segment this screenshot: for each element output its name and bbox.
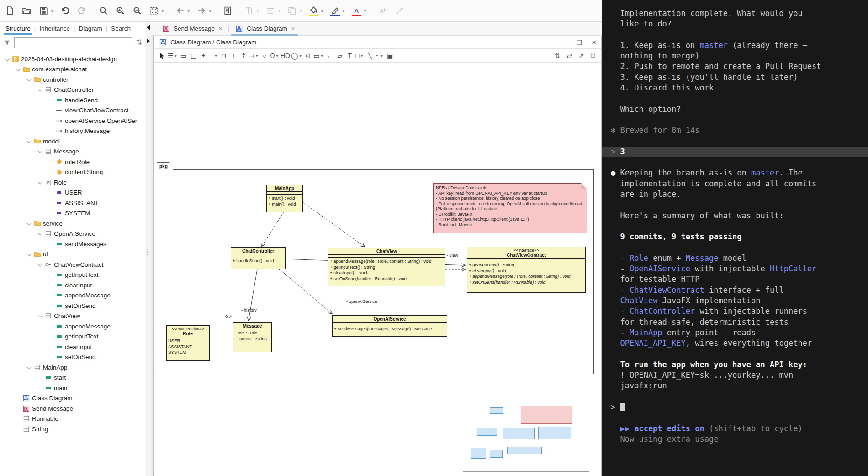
close-tab-icon[interactable]: × bbox=[291, 25, 295, 32]
zoom-original-button[interactable] bbox=[97, 5, 110, 17]
list-tool-button[interactable]: ☰ ▾ bbox=[168, 50, 178, 61]
font-color-button[interactable]: A bbox=[350, 5, 363, 17]
note-tool-button[interactable]: ▱ bbox=[335, 50, 344, 61]
ellipse-tool-dropdown-icon[interactable]: ▾ bbox=[298, 53, 302, 58]
tree-item-mainapp[interactable]: MainApp bbox=[0, 362, 145, 373]
diagram-window-titlebar[interactable]: Class Diagram / Class Diagram –❐✕ bbox=[154, 36, 601, 49]
expand-chevron-icon[interactable] bbox=[15, 68, 22, 71]
copy-style-dropdown-icon[interactable]: ▾ bbox=[298, 9, 303, 13]
dependency-tool-dropdown-icon[interactable]: ▾ bbox=[254, 53, 259, 58]
class-tool-button[interactable]: ▭ bbox=[179, 50, 188, 61]
nav-back-dropdown-icon[interactable]: ▾ bbox=[186, 9, 191, 13]
tree-item-service[interactable]: service bbox=[0, 218, 145, 229]
close-window-button[interactable]: ✕ bbox=[591, 39, 597, 46]
filter-input[interactable] bbox=[14, 37, 132, 48]
diagonal-line-tool-button[interactable]: ╲ bbox=[365, 50, 375, 61]
tree-item-assistant[interactable]: ASSISTANT bbox=[0, 198, 145, 208]
tab-inheritance[interactable]: Inheritance bbox=[36, 23, 74, 34]
line-tool-button[interactable]: ─ ▾ bbox=[209, 50, 218, 61]
rect-tool-dropdown-icon[interactable]: ▾ bbox=[320, 53, 324, 58]
uml-class-role[interactable]: <<enumeration>>RoleUSERASSISTANTSYSTEM bbox=[166, 325, 210, 361]
interface-ball-tool-button[interactable]: HO bbox=[281, 50, 290, 61]
splitter-grip[interactable] bbox=[147, 249, 148, 255]
uml-class-message[interactable]: Message- role : Role- content : String bbox=[233, 322, 272, 352]
tree-item-runnable[interactable]: Runnable bbox=[0, 414, 145, 424]
align-dropdown-icon[interactable]: ▾ bbox=[277, 9, 281, 13]
tree-item-content-string[interactable]: content:String bbox=[0, 167, 145, 178]
tree-item-main[interactable]: main bbox=[0, 383, 145, 393]
sort-toggle-icon[interactable]: ⇅ bbox=[136, 39, 142, 46]
tab-diagram[interactable]: Diagram bbox=[75, 23, 106, 34]
rect-tool-button[interactable]: ▭ ▾ bbox=[313, 50, 324, 61]
expand-chevron-icon[interactable] bbox=[37, 263, 44, 266]
tree-item-appendmessage[interactable]: appendMessage bbox=[0, 321, 145, 332]
select-tool-button[interactable] bbox=[158, 50, 167, 61]
dependency-tool-button[interactable]: ⇢ ▾ bbox=[249, 50, 259, 61]
tree-item-com-example-aichat[interactable]: com.example.aichat bbox=[0, 64, 145, 75]
nav-forward-dropdown-icon[interactable]: ▾ bbox=[208, 9, 212, 13]
expand-chevron-icon[interactable] bbox=[37, 232, 44, 235]
jump-to-button[interactable]: ↗ bbox=[577, 50, 586, 61]
tree-item-clearinput[interactable]: clearInput bbox=[0, 280, 145, 291]
tree-item-role[interactable]: ERole bbox=[0, 177, 145, 188]
omega-tool-button[interactable]: Ω ▾ bbox=[270, 50, 279, 61]
terminal-selected-option-row[interactable]: > 3 bbox=[602, 147, 868, 157]
tab-search[interactable]: Search bbox=[107, 23, 134, 34]
tree-item-class-diagram[interactable]: Class Diagram bbox=[0, 393, 145, 404]
generalization-tool-button[interactable]: ↑ bbox=[229, 50, 238, 61]
nav-back-button[interactable] bbox=[174, 5, 186, 17]
package-tool-button[interactable]: ▤ bbox=[189, 50, 198, 61]
maximize-window-button[interactable]: ❐ bbox=[577, 39, 582, 46]
ellipse-tool-button[interactable]: ◯ ▾ bbox=[291, 50, 303, 61]
doc-tab-class-diagram[interactable]: Class Diagram × bbox=[230, 22, 299, 36]
line-color-dropdown-icon[interactable]: ▾ bbox=[341, 9, 346, 13]
uml-class-chatview[interactable]: ChatView+ appendMessage(role : Role, con… bbox=[328, 248, 445, 286]
tree-item-message[interactable]: Message bbox=[0, 147, 145, 157]
expand-chevron-icon[interactable] bbox=[4, 58, 11, 61]
tree-item-setonsend[interactable]: setOnSend bbox=[0, 301, 145, 311]
uml-class-openaiservice[interactable]: OpenAIService+ sendMessages(messages : M… bbox=[332, 315, 447, 337]
tree-item-chatcontroller[interactable]: ChatController bbox=[0, 85, 145, 95]
expand-chevron-icon[interactable] bbox=[26, 253, 33, 256]
collapse-left-icon[interactable] bbox=[147, 25, 150, 30]
fill-color-dropdown-icon[interactable]: ▾ bbox=[320, 9, 324, 13]
tree-item-getinputtext[interactable]: getInputText bbox=[0, 270, 145, 280]
open-file-button[interactable] bbox=[21, 5, 33, 17]
tree-item-openaiservice-openaiser[interactable]: openAIService:OpenAISer bbox=[0, 116, 145, 126]
square-tool-dropdown-icon[interactable]: ▾ bbox=[360, 53, 364, 58]
expand-chevron-icon[interactable] bbox=[37, 150, 44, 153]
tab-structure[interactable]: Structure bbox=[2, 23, 34, 34]
zoom-fit-dropdown-icon[interactable]: ▾ bbox=[160, 9, 165, 13]
uml-note-nfrs[interactable]: NFRs / Design Constraints:- API key: rea… bbox=[433, 183, 587, 233]
format-copier-button[interactable] bbox=[243, 5, 255, 17]
copy-style-button[interactable] bbox=[286, 5, 298, 17]
omega-tool-dropdown-icon[interactable]: ▾ bbox=[275, 53, 280, 58]
expand-chevron-icon[interactable] bbox=[26, 366, 33, 369]
expand-chevron-icon[interactable] bbox=[26, 140, 33, 143]
diagram-canvas[interactable]: pkg MainApp+ start() : void+ main() : vo… bbox=[154, 63, 601, 476]
tree-item-appendmessage[interactable]: appendMessage bbox=[0, 291, 145, 301]
tree-item-string[interactable]: String bbox=[0, 424, 145, 434]
align-button[interactable] bbox=[265, 5, 277, 17]
fill-color-button[interactable] bbox=[307, 5, 320, 17]
expand-chevron-icon[interactable] bbox=[37, 88, 44, 91]
tree-item-clearinput[interactable]: clearInput bbox=[0, 342, 145, 352]
tree-item-role-role[interactable]: role:Role bbox=[0, 157, 145, 167]
tree-item-chatviewcontract[interactable]: ChatViewContract bbox=[0, 259, 145, 270]
tree-item-openaiservice[interactable]: OpenAIService bbox=[0, 229, 145, 239]
redo-button[interactable] bbox=[76, 5, 88, 17]
expand-chevron-icon[interactable] bbox=[37, 314, 44, 317]
tree-item-chatview[interactable]: ChatView bbox=[0, 311, 145, 322]
list-tool-dropdown-icon[interactable]: ▾ bbox=[174, 53, 178, 58]
expand-chevron-icon[interactable] bbox=[37, 181, 44, 184]
save-button[interactable] bbox=[37, 5, 50, 17]
frame-tool-button[interactable]: ⊓ bbox=[219, 50, 228, 61]
tree-item-model[interactable]: model bbox=[0, 136, 145, 147]
expand-right-icon[interactable] bbox=[147, 38, 150, 44]
forbid-tool-button[interactable]: ⊖ bbox=[303, 50, 312, 61]
uml-class-chatcontroller[interactable]: ChatController+ handleSend() : void bbox=[231, 247, 286, 269]
uml-class-chatviewcontract[interactable]: <<interface>>ChatViewContract+ getInputT… bbox=[467, 247, 586, 293]
expand-chevron-icon[interactable] bbox=[26, 222, 33, 225]
expand-chevron-icon[interactable] bbox=[26, 78, 33, 81]
terminal-panel[interactable]: Implementation complete. What would you … bbox=[602, 0, 868, 476]
